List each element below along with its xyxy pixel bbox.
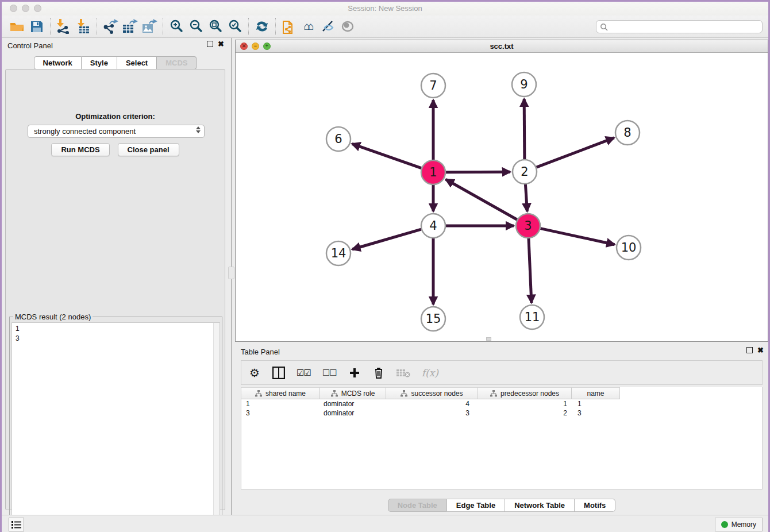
network-from-file-icon[interactable] [279,18,299,35]
show-all-networks-icon[interactable]: ⌂⌂ [299,18,318,35]
tab-select[interactable]: Select [117,56,157,70]
tab-node-table[interactable]: Node Table [388,499,447,512]
export-network-icon[interactable] [101,18,120,35]
list-icon [11,521,21,529]
memory-button[interactable]: Memory [715,518,763,531]
graph-edge-3-1 [446,179,517,219]
zoom-out-icon[interactable] [186,18,206,35]
table-row[interactable]: 3 dominator 3 2 3 [241,408,762,418]
import-network-icon[interactable] [54,18,74,35]
table-options-gear-icon[interactable]: ⚙ [248,366,261,380]
function-builder-icon: f(x) [422,366,438,380]
column-header-shared-name[interactable]: shared name [241,387,320,399]
network-graph: 7968124314101511 [236,53,768,341]
tab-style[interactable]: Style [82,56,117,70]
mcds-result-group: MCDS result (2 nodes) 1 3 [9,317,222,532]
node-table[interactable]: shared name MCDS role successor nodes [241,387,763,489]
graph-node-label: 6 [334,132,342,146]
table-row[interactable]: 1 dominator 4 1 1 [241,399,762,408]
export-table-icon[interactable] [120,18,140,35]
graph-node-label: 9 [520,78,528,91]
hide-selected-icon[interactable] [318,18,338,35]
column-header-name[interactable]: name [572,387,620,399]
close-table-panel-icon[interactable]: ✖ [757,347,764,353]
graph-node-label: 7 [429,79,437,92]
zoom-selected-icon[interactable] [225,18,245,35]
column-header-mcds-role[interactable]: MCDS role [320,387,386,399]
toolbar-separator [163,18,163,35]
graph-node-label: 4 [429,219,437,233]
splitter-handle[interactable] [228,267,234,279]
table-tabs: Node Table Edge Table Network Table Moti… [235,499,768,512]
graph-edge-2-8 [537,138,614,167]
tab-edge-table[interactable]: Edge Table [447,499,505,512]
tab-motifs[interactable]: Motifs [575,499,615,512]
memory-status-icon [721,521,728,528]
graph-edge-2-9 [524,99,525,159]
dropdown-spinner-icon [196,126,201,133]
toolbar-separator [275,18,276,35]
network-canvas[interactable]: 7968124314101511 [236,53,768,341]
mcds-result-text: 1 3 [12,323,220,345]
graph-node-label: 1 [429,165,437,179]
graph-edge-1-6 [352,144,422,168]
graph-node-label: 2 [521,165,528,179]
control-panel-tabs: Network Style Select MCDS [2,56,229,70]
network-view-window: ✕ − + scc.txt 7968124314101511 [235,40,768,342]
column-type-icon [255,390,262,397]
graph-edge-3-11 [529,238,532,303]
delete-column-icon[interactable] [372,366,385,380]
search-field[interactable] [596,20,763,33]
control-panel: Control Panel ✖ Network Style Select MCD… [2,38,229,515]
export-image-icon[interactable] [140,18,159,35]
add-column-icon[interactable] [348,366,361,380]
graph-node-label: 11 [525,310,540,324]
main-toolbar: ⌂⌂ [2,16,768,38]
show-columns-icon[interactable] [272,366,285,380]
graph-node-label: 15 [426,312,441,326]
column-type-icon [331,390,338,397]
zoom-in-icon[interactable] [167,18,186,35]
tab-network[interactable]: Network [34,56,82,70]
application-window: Session: New Session [0,0,770,532]
table-panel: Table Panel ✖ ⚙ ☑☑ ☐☐ [235,344,768,515]
status-bar: Memory [2,515,768,532]
show-hidden-icon[interactable] [338,18,357,35]
table-toolbar: ⚙ ☑☑ ☐☐ f(x) [241,360,763,385]
unselect-all-columns-icon[interactable]: ☐☐ [322,366,337,380]
close-panel-button[interactable]: Close panel [118,143,179,156]
column-header-predecessor-nodes[interactable]: predecessor nodes [478,387,572,399]
tab-mcds[interactable]: MCDS [157,56,197,70]
toolbar-separator [50,18,51,35]
network-window-titlebar[interactable]: ✕ − + scc.txt [236,40,768,53]
table-header-row: shared name MCDS role successor nodes [241,387,762,399]
close-panel-icon[interactable]: ✖ [218,41,224,47]
graph-node-label: 3 [524,219,532,233]
graph-edge-1-2 [446,172,510,172]
search-input[interactable] [608,21,762,33]
result-scrollbar[interactable] [213,323,220,532]
float-table-panel-icon[interactable] [746,347,753,353]
graph-edge-2-3 [525,184,527,211]
float-panel-icon[interactable] [207,41,213,47]
import-table-icon[interactable] [74,18,93,35]
run-mcds-button[interactable]: Run MCDS [51,143,109,156]
graph-node-label: 14 [331,246,346,260]
graph-edge-4-14 [352,229,421,249]
column-header-successor-nodes[interactable]: successor nodes [386,387,478,399]
open-session-icon[interactable] [7,18,27,35]
canvas-scroll-thumb[interactable] [486,337,491,341]
tab-network-table[interactable]: Network Table [505,499,575,512]
session-title: Session: New Session [2,4,768,13]
apply-layout-icon[interactable] [252,18,272,35]
criterion-dropdown[interactable]: strongly connected component [28,125,205,138]
table-panel-title: Table Panel [241,348,280,356]
save-session-icon[interactable] [27,18,47,35]
network-window-title: scc.txt [236,42,768,51]
criterion-value: strongly connected component [34,127,136,136]
column-type-icon [401,390,407,397]
mcds-result-area[interactable]: 1 3 [11,322,220,532]
select-all-columns-icon[interactable]: ☑☑ [297,366,311,380]
task-history-button[interactable] [9,518,24,531]
zoom-fit-icon[interactable] [206,18,225,35]
